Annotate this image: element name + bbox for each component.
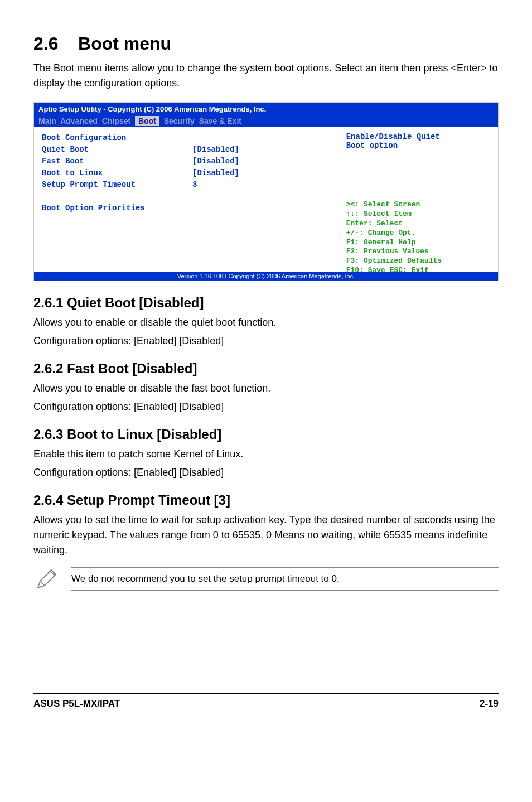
bios-nav-line: F1: General Help [346,238,490,248]
section-heading: 2.6.1 Quiet Boot [Disabled] [33,295,499,311]
bios-item-value: 3 [192,179,197,191]
bios-nav-line: F10: Save ESC: Exit [346,266,490,276]
tab-main: Main [38,117,56,125]
section-text: Enable this item to patch some Kernel of… [33,447,499,462]
bios-help: Enable/Disable Quiet Boot option [346,132,490,150]
page-footer: ASUS P5L-MX/IPAT 2-19 [33,693,499,709]
bios-item-label: Boot to Linux [42,167,192,179]
section-config: Configuration options: [Enabled] [Disabl… [33,399,499,414]
bios-nav: ><: Select Screen ↑↓: Select Item Enter:… [346,200,490,276]
bios-nav-line: F2: Previous Values [346,247,490,257]
bios-body: Boot Configuration Quiet Boot[Disabled] … [34,127,498,272]
bios-help-line: Boot option [346,141,490,150]
section-heading: 2.6.3 Boot to Linux [Disabled] [33,427,499,442]
bios-item-value: [Disabled] [192,156,239,167]
bios-item-value: [Disabled] [192,144,239,156]
section-config: Configuration options: [Enabled] [Disabl… [33,334,499,349]
note-text: We do not recommend you to set the setup… [71,567,499,591]
heading-number: 2.6 [33,33,58,54]
bios-item-label: Quiet Boot [42,144,192,156]
section-text: Allows you to set the time to wait for s… [33,513,499,558]
bios-tabs: Main Advanced Chipset Boot Security Save… [34,115,498,127]
bios-item-label: Boot Configuration [42,132,192,144]
section-config: Configuration options: [Enabled] [Disabl… [33,465,499,480]
main-heading: 2.6 Boot menu [33,33,499,54]
bios-help-line: Enable/Disable Quiet [346,132,490,141]
bios-right-panel: Enable/Disable Quiet Boot option ><: Sel… [338,127,498,272]
bios-item-label: Fast Boot [42,156,192,167]
intro-text: The Boot menu items allow you to change … [33,61,499,91]
footer-left: ASUS P5L-MX/IPAT [33,698,120,709]
tab-advanced: Advanced [60,117,98,125]
bios-item-label: Setup Prompt Timeout [42,179,192,191]
bios-nav-line: ↑↓: Select Item [346,210,490,219]
bios-nav-line: Enter: Select [346,219,490,229]
bios-nav-line: ><: Select Screen [346,200,490,210]
section-heading: 2.6.2 Fast Boot [Disabled] [33,361,499,376]
section-heading: 2.6.4 Setup Prompt Timeout [3] [33,492,499,508]
section-text: Allows you to enable or disable the quie… [33,315,499,330]
tab-boot: Boot [135,116,159,126]
tab-chipset: Chipset [102,117,130,125]
bios-item-value: [Disabled] [192,167,239,179]
bios-header: Aptio Setup Utility - Copyright (C) 2006… [34,103,498,115]
heading-title: Boot menu [78,33,171,54]
tab-save-exit: Save & Exit [199,117,241,125]
bios-left-panel: Boot Configuration Quiet Boot[Disabled] … [34,127,338,272]
section-text: Allows you to enable or disable the fast… [33,381,499,396]
note-box: We do not recommend you to set the setup… [33,566,499,592]
tab-security: Security [164,117,195,125]
footer-right: 2-19 [480,698,499,709]
bios-section2: Boot Option Priorities [42,202,330,214]
bios-screenshot: Aptio Setup Utility - Copyright (C) 2006… [33,102,499,281]
pencil-icon [33,566,60,592]
bios-nav-line: +/-: Change Opt. [346,229,490,238]
bios-nav-line: F3: Optimized Defaults [346,257,490,266]
